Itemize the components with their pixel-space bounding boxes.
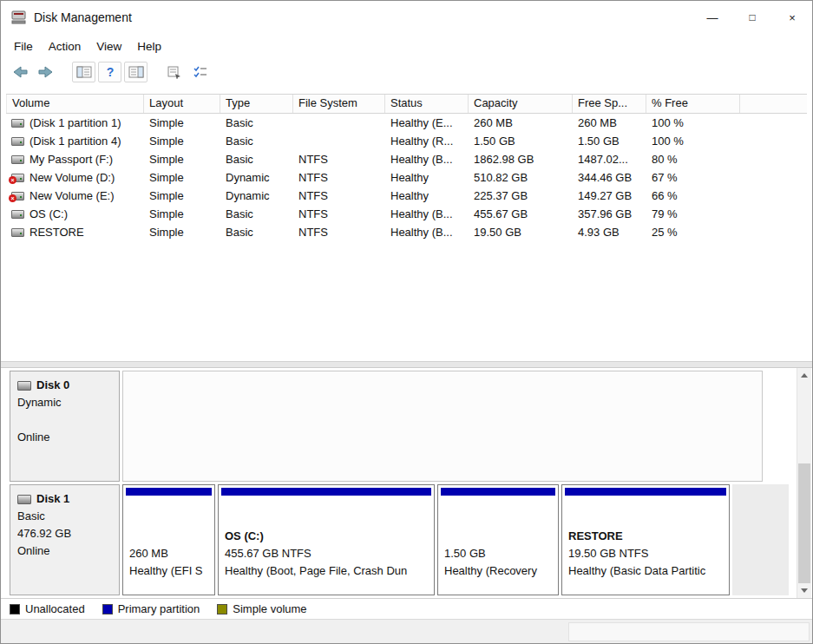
partition-status: Healthy (EFI S (129, 562, 208, 580)
toolbar-button-show-console-tree[interactable] (72, 62, 95, 82)
layout-cell: Simple (144, 135, 220, 148)
column-header-free[interactable]: % Free (646, 95, 740, 113)
table-row[interactable]: OS (C:)SimpleBasicNTFSHealthy (B...455.6… (6, 205, 807, 223)
close-button[interactable]: × (772, 1, 812, 34)
partition[interactable]: 260 MBHealthy (EFI S (122, 484, 215, 595)
disk-row-disk-1: Disk 1Basic476.92 GBOnline260 MBHealthy … (10, 484, 790, 595)
disk-partitions-area: 260 MBHealthy (EFI SOS (C:)455.67 GB NTF… (122, 484, 790, 595)
toolbar-button-forward[interactable] (34, 62, 57, 82)
table-row[interactable]: (Disk 1 partition 1)SimpleBasicHealthy (… (6, 114, 807, 132)
free-space-cell: 344.46 GB (573, 171, 646, 184)
disk-name: Disk 1 (36, 490, 69, 508)
drive-icon (11, 137, 24, 146)
menu-help[interactable]: Help (129, 36, 169, 56)
disk-row-disk-0: Disk 0DynamicOnline (10, 371, 790, 482)
toolbar-button-view-options[interactable] (188, 62, 212, 82)
disk-header-panel[interactable]: Disk 0DynamicOnline (10, 371, 120, 482)
disk-title: Disk 1 (17, 490, 112, 508)
disk-size: 476.92 GB (17, 525, 112, 542)
legend-label: Simple volume (233, 602, 306, 615)
status-cell: Healthy (385, 189, 469, 202)
drive-icon (11, 119, 24, 128)
legend-swatch (102, 604, 113, 614)
volume-name: (Disk 1 partition 4) (30, 135, 121, 148)
toolbar-button-help[interactable]: ? (98, 62, 121, 82)
pane-splitter[interactable] (1, 361, 812, 368)
table-row[interactable]: (Disk 1 partition 4)SimpleBasicHealthy (… (6, 132, 807, 150)
partition-area-filler (732, 484, 789, 595)
statusbar (1, 619, 812, 644)
window-title: Disk Management (34, 10, 132, 24)
legend-bar: UnallocatedPrimary partitionSimple volum… (1, 598, 812, 619)
type-cell: Basic (220, 153, 293, 166)
table-row[interactable]: New Volume (D:)SimpleDynamicNTFSHealthy5… (6, 168, 807, 187)
type-cell: Dynamic (220, 171, 293, 184)
layout-cell: Simple (144, 171, 220, 184)
view-options-icon (193, 65, 208, 79)
volume-cell: RESTORE (6, 226, 144, 239)
column-header-layout[interactable]: Layout (144, 95, 220, 113)
table-row[interactable]: New Volume (E:)SimpleDynamicNTFSHealthy2… (6, 187, 807, 205)
volume-table: VolumeLayoutTypeFile SystemStatusCapacit… (6, 94, 807, 241)
show-console-tree-icon (76, 65, 92, 79)
partition-name: RESTORE (568, 528, 723, 545)
column-header-capacity[interactable]: Capacity (469, 95, 573, 113)
partition[interactable]: 1.50 GBHealthy (Recovery (437, 484, 559, 595)
pct-free-cell: 100 % (646, 116, 740, 129)
type-cell: Basic (220, 226, 293, 239)
partition-size: 455.67 GB NTFS (225, 545, 428, 562)
maximize-button[interactable]: □ (732, 1, 772, 34)
scroll-down-button[interactable] (797, 583, 811, 598)
volume-cell: OS (C:) (6, 207, 144, 220)
disk-volumes-empty-area[interactable] (122, 371, 763, 482)
volume-name: RESTORE (30, 226, 84, 239)
file-system-cell: NTFS (293, 226, 385, 239)
disk-management-app-icon (11, 10, 26, 24)
column-header-file-system[interactable]: File System (293, 95, 385, 113)
forward-icon (37, 64, 55, 80)
volume-cell: (Disk 1 partition 1) (6, 116, 144, 129)
disk-type: Dynamic (17, 394, 112, 411)
volume-name: (Disk 1 partition 1) (30, 116, 121, 129)
partition-color-bar (565, 488, 726, 496)
partition-name: OS (C:) (225, 528, 428, 545)
layout-cell: Simple (144, 189, 220, 202)
capacity-cell: 19.50 GB (469, 226, 573, 239)
column-header-volume[interactable]: Volume (6, 95, 144, 113)
toolbar-button-export-list[interactable] (162, 62, 186, 82)
volume-cell: New Volume (D:) (6, 171, 144, 184)
partition-color-bar (441, 488, 555, 496)
partition[interactable]: RESTORE19.50 GB NTFSHealthy (Basic Data … (561, 484, 730, 595)
free-space-cell: 260 MB (573, 116, 646, 129)
file-system-cell: NTFS (293, 171, 385, 184)
toolbar-button-show-action-pane[interactable] (124, 62, 148, 82)
partition[interactable]: OS (C:)455.67 GB NTFSHealthy (Boot, Page… (218, 484, 435, 595)
type-cell: Basic (220, 135, 293, 148)
type-cell: Dynamic (220, 189, 293, 202)
statusbar-panel (568, 622, 810, 641)
show-action-pane-icon (128, 65, 144, 79)
menubar: FileActionViewHelp (1, 34, 812, 58)
column-header-free-sp[interactable]: Free Sp... (573, 95, 646, 113)
menu-file[interactable]: File (6, 36, 41, 56)
menu-action[interactable]: Action (41, 36, 89, 56)
table-row[interactable]: My Passport (F:)SimpleBasicNTFSHealthy (… (6, 150, 807, 168)
column-header-status[interactable]: Status (385, 95, 469, 113)
menu-view[interactable]: View (89, 36, 129, 56)
status-cell: Healthy (385, 171, 469, 184)
scroll-up-button[interactable] (797, 368, 811, 383)
capacity-cell: 1862.98 GB (469, 153, 573, 166)
pct-free-cell: 66 % (646, 189, 740, 202)
help-icon: ? (102, 65, 118, 79)
column-header-type[interactable]: Type (220, 95, 293, 113)
disk-header-panel[interactable]: Disk 1Basic476.92 GBOnline (10, 484, 120, 595)
scrollbar-thumb[interactable] (798, 463, 810, 583)
minimize-button[interactable]: — (692, 1, 732, 34)
pct-free-cell: 100 % (646, 135, 740, 148)
drive-icon (11, 210, 24, 219)
volume-name: New Volume (D:) (30, 171, 115, 184)
toolbar-button-back[interactable] (8, 62, 31, 82)
volume-cell: New Volume (E:) (6, 189, 144, 202)
table-row[interactable]: RESTORESimpleBasicNTFSHealthy (B...19.50… (6, 223, 807, 241)
vertical-scrollbar[interactable] (797, 368, 811, 598)
